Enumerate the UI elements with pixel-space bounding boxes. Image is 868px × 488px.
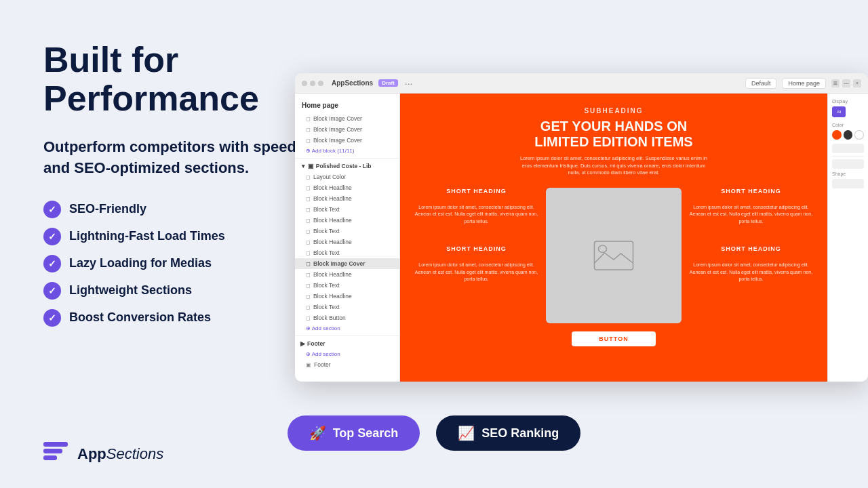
toolbar-right: Default Home page ⊞ — × [745,78,861,89]
sidebar-item-icon-2: ◻ [306,127,311,133]
sidebar-footer-item-icon: ▣ [306,362,311,368]
sidebar-item-block-image-2[interactable]: ◻Block Image Cover [295,124,399,135]
preview-subheading: SUBHEADING [584,107,643,115]
sidebar-layout-icon: ◻ [306,174,311,180]
sidebar-block-text-2[interactable]: ◻Block Text [295,226,399,237]
feature-list: SEO-Friendly Lightning-Fast Load Times L… [43,201,301,327]
sidebar-text-icon-3: ◻ [306,250,311,256]
right-option-all[interactable]: All [832,106,846,117]
sidebar-headline-icon-3: ◻ [306,218,311,224]
traffic-light-yellow [310,81,315,86]
sidebar-block-text-3[interactable]: ◻Block Text [295,247,399,258]
right-color-white[interactable] [854,130,864,140]
editor-right-panel: Display All Color Shape [827,94,868,382]
preview-col-left-heading-2: SHORT HEADING [414,245,539,252]
sidebar-layout-color[interactable]: ◻Layout Color [295,171,399,182]
sidebar-add-section-1[interactable]: ⊕ Add section [295,323,399,333]
preview-col-left-heading-1: SHORT HEADING [414,188,539,195]
spacer-2 [688,232,814,239]
preview-col-right-text-1: Lorem ipsum dolor sit amet, consectetur … [688,204,814,226]
right-select-1[interactable] [832,144,864,153]
right-color-orange[interactable] [832,130,842,140]
seo-ranking-label: SEO Ranking [481,426,559,441]
toolbar-more-icon[interactable]: ··· [405,78,413,89]
preview-title-line2: LIMITED EDITION ITEMS [534,134,692,150]
preview-title: GET YOUR HANDS ON LIMITED EDITION ITEMS [534,119,692,150]
preview-button[interactable]: BUTTON [572,331,655,346]
subtitle: Outperform competitors with speed and SE… [43,137,301,179]
sidebar-headline-icon-5: ◻ [306,272,311,278]
feature-item-2: Lightning-Fast Load Times [43,228,301,245]
sidebar-headline-icon-4: ◻ [306,239,311,245]
sidebar-home-page-label: Home page [295,99,399,113]
sidebar-block-headline-4[interactable]: ◻Block Headline [295,237,399,247]
editor-sidebar: Home page ◻Block Image Cover ◻Block Imag… [295,94,400,382]
browser-traffic-lights [302,81,323,86]
sidebar-block-text-1[interactable]: ◻Block Text [295,204,399,215]
heading-line1: Built for [43,40,178,79]
sidebar-footer-item[interactable]: ▣Footer [295,359,399,370]
check-icon-1 [43,201,61,218]
toolbar-ctrl-1[interactable]: ⊞ [831,79,840,87]
preview-col-left: SHORT HEADING Lorem ipsum dolor sit amet… [414,188,539,283]
right-select-2[interactable] [832,159,864,169]
feature-item-5: Boost Conversion Rates [43,309,301,327]
toolbar-default-dropdown[interactable]: Default [745,78,777,89]
sidebar-add-block[interactable]: ⊕ Add block (11/11) [295,146,399,156]
top-search-icon: 🚀 [309,425,326,441]
right-label-color: Color [832,123,864,127]
sidebar-group-icon: ▼ [300,163,306,169]
sidebar-block-button[interactable]: ◻Block Button [295,312,399,323]
right-divider [832,156,864,157]
right-color-dark[interactable] [844,130,853,140]
toolbar-homepage-dropdown[interactable]: Home page [782,78,826,89]
preview-button-row: BUTTON [572,331,655,346]
preview-col-left-text-1: Lorem ipsum dolor sit amet, consectetur … [414,204,539,226]
heading-line2: Performance [43,79,259,118]
toolbar-ctrl-2[interactable]: — [842,79,850,87]
sidebar-block-headline-2[interactable]: ◻Block Headline [295,193,399,204]
preview-col-right-heading-2: SHORT HEADING [688,245,814,252]
sidebar-text-icon-4: ◻ [306,283,311,289]
sidebar-text-icon-5: ◻ [306,304,311,310]
sidebar-group-polished: ▼ ▣ Polished Coste - Lib [295,161,399,171]
browser-window: AppSections Draft ··· Default Home page … [295,73,868,382]
feature-item-4: Lightweight Sections [43,282,301,300]
toolbar-badge[interactable]: Draft [378,79,398,87]
traffic-light-green [318,81,323,86]
right-select-shape[interactable] [832,179,864,188]
toolbar-window-controls: ⊞ — × [831,79,861,87]
sidebar-block-headline-1[interactable]: ◻Block Headline [295,182,399,193]
browser-content: Home page ◻Block Image Cover ◻Block Imag… [295,94,868,382]
sidebar-block-headline-6[interactable]: ◻Block Headline [295,291,399,302]
sidebar-divider-2 [295,336,399,336]
accent-bar [824,141,827,175]
feature-label-5: Boost Conversion Rates [69,310,211,325]
sidebar-block-headline-3[interactable]: ◻Block Headline [295,215,399,226]
seo-ranking-button[interactable]: 📈 SEO Ranking [436,415,580,451]
editor-main: SUBHEADING GET YOUR HANDS ON LIMITED EDI… [400,94,827,382]
feature-item-1: SEO-Friendly [43,201,301,218]
check-icon-5 [43,309,61,327]
check-icon-4 [43,282,61,300]
right-color-row [832,130,864,140]
sidebar-block-headline-5[interactable]: ◻Block Headline [295,269,399,280]
sidebar-add-section-2[interactable]: ⊕ Add section [295,349,399,359]
top-search-label: Top Search [333,426,399,441]
preview-col-right-text-2: Lorem ipsum dolor sit amet, consectetur … [688,262,814,283]
feature-label-2: Lightning-Fast Load Times [69,229,225,243]
sidebar-headline-icon-2: ◻ [306,196,311,202]
sidebar-item-block-image-3[interactable]: ◻Block Image Cover [295,135,399,146]
traffic-light-red [302,81,307,86]
sidebar-active-icon: ◻ [306,261,311,267]
sidebar-block-image-cover-active[interactable]: ◻Block Image Cover [295,258,399,269]
sidebar-item-block-image-1[interactable]: ◻Block Image Cover [295,113,399,124]
preview-col-center [546,188,682,323]
top-search-button[interactable]: 🚀 Top Search [288,415,420,451]
sidebar-footer-icon: ▶ [300,340,305,347]
preview-image-placeholder [546,188,682,323]
left-panel: Built for Performance Outperform competi… [43,41,301,327]
toolbar-ctrl-3[interactable]: × [853,79,861,87]
sidebar-block-text-5[interactable]: ◻Block Text [295,302,399,312]
sidebar-block-text-4[interactable]: ◻Block Text [295,280,399,291]
